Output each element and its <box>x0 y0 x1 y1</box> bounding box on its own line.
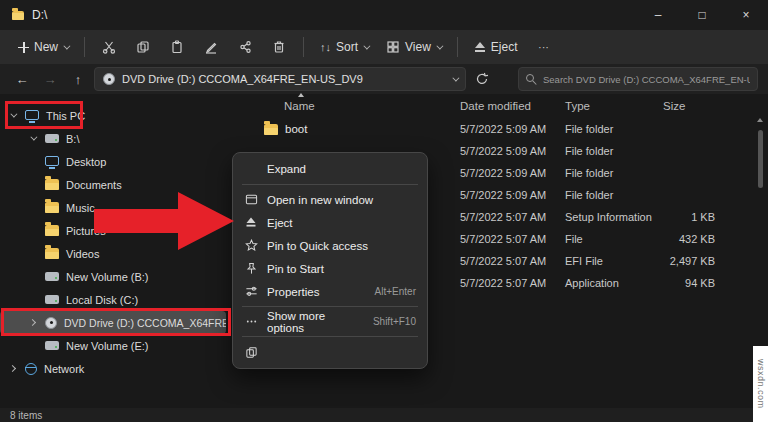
column-header-date-modified[interactable]: Date modified <box>460 100 565 112</box>
file-explorer-window: D:\ – □ × New <box>0 0 768 422</box>
scroll-up-icon[interactable] <box>757 118 763 122</box>
rename-button[interactable] <box>195 33 227 61</box>
sidebar-item-documents[interactable]: Documents <box>0 173 228 196</box>
view-button[interactable]: View <box>378 33 449 61</box>
breadcrumb[interactable]: DVD Drive (D:) CCCOMA_X64FRE_EN-US_DV9 <box>94 67 466 91</box>
sidebar-item-b-drive[interactable]: B:\ <box>0 127 228 150</box>
context-menu-item-show-more-options[interactable]: Show more options Shift+F10 <box>237 310 423 333</box>
search-input[interactable] <box>543 74 750 85</box>
menu-item-label: Properties <box>267 286 319 298</box>
sidebar-item-label: New Volume (B:) <box>66 271 149 283</box>
sidebar-item-local-disk-c[interactable]: Local Disk (C:) <box>0 288 228 311</box>
context-menu-item-pin-to-quick-access[interactable]: Pin to Quick access <box>237 234 423 257</box>
view-grid-icon <box>386 40 400 54</box>
sidebar-item-music[interactable]: Music <box>0 196 228 219</box>
plus-icon <box>18 42 29 53</box>
sidebar-item-label: Documents <box>66 179 122 191</box>
trash-icon <box>272 40 286 54</box>
minimize-button[interactable]: – <box>636 0 680 30</box>
window-title: D:\ <box>32 8 47 22</box>
new-button[interactable]: New <box>10 33 76 61</box>
share-button[interactable] <box>229 33 261 61</box>
sidebar-item-label: This PC <box>46 110 85 122</box>
sidebar-item-label: DVD Drive (D:) CCCOMA_X64FRE_EN-US_DV9 <box>64 317 226 329</box>
paste-icon <box>170 40 184 54</box>
pin-icon <box>244 262 258 276</box>
delete-button[interactable] <box>263 33 295 61</box>
column-header-name[interactable]: Name <box>236 100 460 112</box>
copy-button[interactable] <box>127 33 159 61</box>
column-header-size[interactable]: Size <box>657 100 733 112</box>
context-menu-item-pin-to-start[interactable]: Pin to Start <box>237 257 423 280</box>
desktop-icon <box>45 156 59 166</box>
context-menu-item-properties[interactable]: Properties Alt+Enter <box>237 280 423 303</box>
menu-separator <box>242 336 418 337</box>
watermark: wsxdn.com <box>753 346 768 422</box>
eject-button[interactable]: Eject <box>466 33 526 61</box>
sidebar-item-network[interactable]: Network <box>0 357 228 380</box>
window-folder-icon <box>12 11 24 20</box>
ellipsis-icon: ··· <box>538 41 549 53</box>
sort-button-label: Sort <box>336 40 358 54</box>
sidebar-item-label: Local Disk (C:) <box>66 294 138 306</box>
sidebar-item-new-volume-b[interactable]: New Volume (B:) <box>0 265 228 288</box>
up-button[interactable]: ↑ <box>66 67 90 91</box>
view-button-label: View <box>405 40 431 54</box>
dvd-drive-icon <box>45 317 57 329</box>
menu-item-label: Show more options <box>267 310 364 334</box>
search-box[interactable] <box>518 67 758 91</box>
paste-button[interactable] <box>161 33 193 61</box>
sidebar-item-pictures[interactable]: Pictures <box>0 219 228 242</box>
back-button[interactable]: ← <box>10 67 34 91</box>
titlebar: D:\ – □ × <box>0 0 768 30</box>
maximize-button[interactable]: □ <box>680 0 724 30</box>
properties-icon <box>244 285 258 299</box>
table-row[interactable]: boot 5/7/2022 5:09 AM File folder <box>236 118 768 140</box>
context-menu-item-open-in-new-window[interactable]: Open in new window <box>237 188 423 211</box>
breadcrumb-path: DVD Drive (D:) CCCOMA_X64FRE_EN-US_DV9 <box>122 73 363 85</box>
sort-icon: ↑↓ <box>320 41 331 53</box>
context-menu-copy-button[interactable] <box>237 340 423 364</box>
sort-button[interactable]: ↑↓ Sort <box>312 33 376 61</box>
this-pc-icon <box>25 110 39 120</box>
sidebar-item-new-volume-e[interactable]: New Volume (E:) <box>0 334 228 357</box>
menu-item-label: Expand <box>267 163 306 175</box>
window-icon <box>244 193 258 207</box>
drive-icon <box>45 341 59 350</box>
sidebar-item-label: Desktop <box>66 156 106 168</box>
sidebar-item-dvd-drive-d[interactable]: DVD Drive (D:) CCCOMA_X64FRE_EN-US_DV9 <box>0 311 226 334</box>
eject-icon <box>244 216 258 230</box>
drive-icon <box>45 272 59 281</box>
menu-item-label: Open in new window <box>267 194 373 206</box>
drive-icon <box>45 295 59 304</box>
context-menu: Expand Open in new window Eject Pin to Q… <box>232 152 428 369</box>
address-bar: ← → ↑ DVD Drive (D:) CCCOMA_X64FRE_EN-US… <box>0 64 768 94</box>
sidebar-item-videos[interactable]: Videos <box>0 242 228 265</box>
copy-icon <box>136 40 150 54</box>
network-icon <box>25 363 37 375</box>
column-header-type[interactable]: Type <box>565 100 657 112</box>
cut-button[interactable] <box>93 33 125 61</box>
menu-item-label: Eject <box>267 217 293 229</box>
forward-button[interactable]: → <box>38 67 62 91</box>
refresh-button[interactable] <box>470 67 494 91</box>
chevron-down-icon[interactable] <box>452 74 459 81</box>
documents-icon <box>45 179 59 190</box>
sidebar-item-label: Pictures <box>66 225 106 237</box>
chevron-down-icon[interactable] <box>30 136 38 141</box>
chevron-right-icon[interactable] <box>30 320 38 325</box>
chevron-down-icon <box>436 42 443 49</box>
sidebar-item-desktop[interactable]: Desktop <box>0 150 228 173</box>
sidebar-item-label: Network <box>44 363 84 375</box>
chevron-down-icon[interactable] <box>10 113 18 118</box>
see-more-button[interactable]: ··· <box>528 33 560 61</box>
chevron-right-icon[interactable] <box>10 366 18 371</box>
context-menu-item-expand[interactable]: Expand <box>237 157 423 181</box>
scrollbar-thumb[interactable] <box>758 130 763 188</box>
eject-button-label: Eject <box>491 40 518 54</box>
menu-separator <box>242 306 418 307</box>
new-button-label: New <box>34 40 58 54</box>
sidebar-item-this-pc[interactable]: This PC <box>0 104 228 127</box>
close-button[interactable]: × <box>724 0 768 30</box>
context-menu-item-eject[interactable]: Eject <box>237 211 423 234</box>
